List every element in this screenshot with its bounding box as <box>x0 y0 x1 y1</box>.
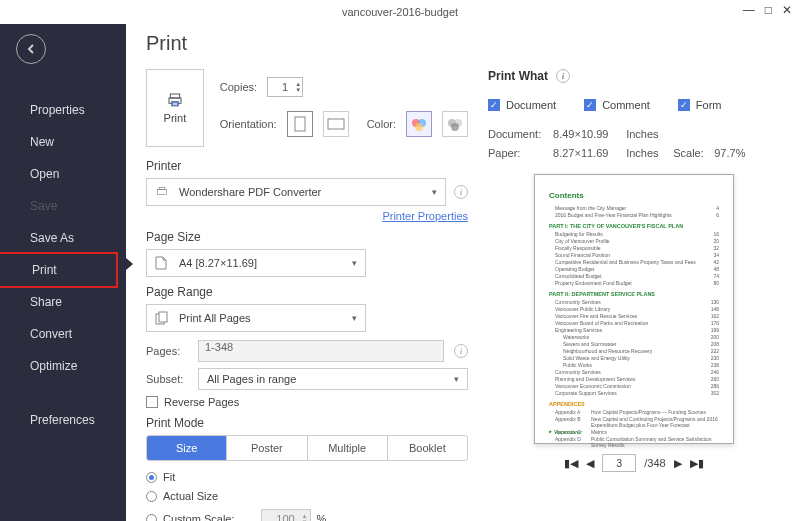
color-icon <box>411 117 427 131</box>
page-preview: ContentsMessage from the City Manager420… <box>534 174 734 444</box>
window-title: vancouver-2016-budget <box>342 6 458 18</box>
sidebar-item-save: Save <box>0 190 126 222</box>
pages-label: Pages: <box>146 345 188 357</box>
subset-dropdown[interactable]: All Pages in range <box>198 368 468 390</box>
pagesize-section-label: Page Size <box>146 230 468 244</box>
document-checkbox[interactable]: ✓ <box>488 99 500 111</box>
portrait-icon <box>293 116 307 132</box>
content-panel: Print Print Copies: 1 ▲▼ <box>126 24 800 521</box>
page-heading: Print <box>146 32 780 55</box>
orientation-portrait-button[interactable] <box>287 111 313 137</box>
sidebar-item-open[interactable]: Open <box>0 158 126 190</box>
printmode-section-label: Print Mode <box>146 416 468 430</box>
fit-label: Fit <box>163 471 175 483</box>
svg-rect-2 <box>172 101 179 106</box>
svg-rect-13 <box>157 190 166 195</box>
comment-checkbox[interactable]: ✓ <box>584 99 596 111</box>
chevron-left-icon <box>26 44 36 54</box>
pagerange-dropdown[interactable]: Print All Pages <box>146 304 366 332</box>
form-checkbox[interactable]: ✓ <box>678 99 690 111</box>
copies-input[interactable]: 1 ▲▼ <box>267 77 303 97</box>
color-button[interactable] <box>406 111 432 137</box>
custom-radio[interactable] <box>146 514 157 522</box>
actual-label: Actual Size <box>163 490 218 502</box>
dimensions-info: Document: 8.49×10.99 Inches Paper: 8.27×… <box>488 125 780 162</box>
pager: ▮◀ ◀ 3 /348 ▶ ▶▮ <box>488 454 780 472</box>
last-page-button[interactable]: ▶▮ <box>690 457 704 470</box>
svg-rect-0 <box>170 94 179 98</box>
page-number-input[interactable]: 3 <box>602 454 636 472</box>
sidebar-item-new[interactable]: New <box>0 126 126 158</box>
orientation-label: Orientation: <box>220 118 277 130</box>
prev-page-button[interactable]: ◀ <box>586 457 594 470</box>
svg-rect-6 <box>328 119 344 129</box>
color-label: Color: <box>367 118 396 130</box>
custom-scale-input[interactable]: 100 ▲▼ <box>261 509 311 521</box>
pagesize-dropdown[interactable]: A4 [8.27×11.69] <box>146 249 366 277</box>
tab-size[interactable]: Size <box>147 436 227 460</box>
sidebar-item-convert[interactable]: Convert <box>0 318 126 350</box>
page-icon <box>155 256 171 270</box>
percent-label: % <box>317 513 327 521</box>
reverse-label: Reverse Pages <box>164 396 239 408</box>
sidebar-item-properties[interactable]: Properties <box>0 94 126 126</box>
grayscale-button[interactable] <box>442 111 468 137</box>
sidebar-item-optimize[interactable]: Optimize <box>0 350 126 382</box>
pagerange-section-label: Page Range <box>146 285 468 299</box>
printwhat-info-icon[interactable]: i <box>556 69 570 83</box>
tab-booklet[interactable]: Booklet <box>388 436 467 460</box>
printer-dropdown[interactable]: Wondershare PDF Converter <box>146 178 446 206</box>
orientation-landscape-button[interactable] <box>323 111 349 137</box>
printer-properties-link[interactable]: Printer Properties <box>146 210 468 222</box>
printwhat-heading: Print What i <box>488 69 780 83</box>
custom-label: Custom Scale: <box>163 513 235 521</box>
printer-section-label: Printer <box>146 159 468 173</box>
printmode-tabs: SizePosterMultipleBooklet <box>146 435 468 461</box>
svg-rect-16 <box>159 312 167 322</box>
first-page-button[interactable]: ▮◀ <box>564 457 578 470</box>
sidebar-arrow-indicator <box>126 258 133 270</box>
pages-info-icon[interactable]: i <box>454 344 468 358</box>
title-bar: vancouver-2016-budget — □ ✕ <box>0 0 800 24</box>
page-total: /348 <box>644 457 665 469</box>
svg-point-9 <box>415 123 423 131</box>
svg-rect-14 <box>159 187 165 189</box>
sidebar: PropertiesNewOpenSaveSave AsPrintShareCo… <box>0 24 126 521</box>
tab-poster[interactable]: Poster <box>227 436 307 460</box>
tab-multiple[interactable]: Multiple <box>308 436 388 460</box>
sidebar-item-preferences[interactable]: Preferences <box>0 404 126 436</box>
sidebar-item-print[interactable]: Print <box>0 252 118 288</box>
maximize-icon[interactable]: □ <box>765 3 772 17</box>
minimize-icon[interactable]: — <box>743 3 755 17</box>
close-icon[interactable]: ✕ <box>782 3 792 17</box>
pages-icon <box>155 311 171 325</box>
svg-point-12 <box>451 123 459 131</box>
sidebar-item-share[interactable]: Share <box>0 286 126 318</box>
copies-spinner[interactable]: ▲▼ <box>295 81 301 93</box>
actual-radio[interactable] <box>146 491 157 502</box>
copies-label: Copies: <box>220 81 257 93</box>
printer-info-icon[interactable]: i <box>454 185 468 199</box>
print-tile[interactable]: Print <box>146 69 204 147</box>
reverse-checkbox[interactable] <box>146 396 158 408</box>
pages-input[interactable]: 1-348 <box>198 340 444 362</box>
sidebar-item-save-as[interactable]: Save As <box>0 222 126 254</box>
svg-rect-5 <box>295 117 305 131</box>
next-page-button[interactable]: ▶ <box>674 457 682 470</box>
print-tile-label: Print <box>164 112 187 124</box>
subset-label: Subset: <box>146 373 188 385</box>
printer-small-icon <box>155 185 171 199</box>
fit-radio[interactable] <box>146 472 157 483</box>
back-button[interactable] <box>16 34 46 64</box>
grayscale-icon <box>447 117 463 131</box>
landscape-icon <box>327 117 345 131</box>
printer-icon <box>167 92 183 108</box>
